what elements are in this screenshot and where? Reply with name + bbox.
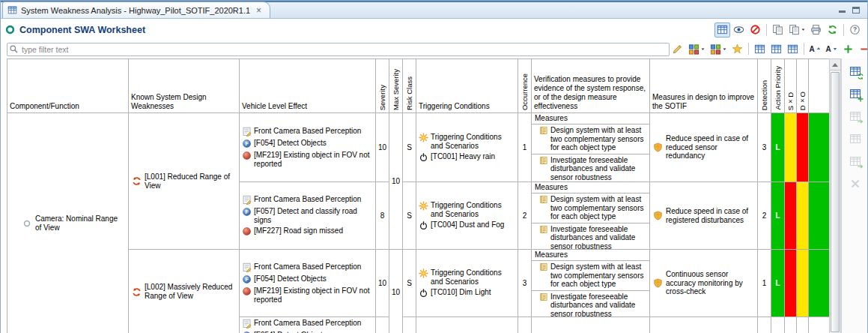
- delete-row-button[interactable]: [846, 175, 864, 193]
- column-header-verification[interactable]: Verification measures to provide evidenc…: [532, 59, 650, 113]
- font-decrease-button[interactable]: A: [824, 41, 840, 56]
- triggering-cell[interactable]: Triggering Conditions and Scenarios [TC0…: [416, 182, 518, 250]
- occurrence-cell[interactable]: [518, 317, 532, 333]
- weakness-cell[interactable]: [L001] Reduced Range of View: [129, 113, 240, 250]
- verification-cell[interactable]: Measures Design system with at least two…: [532, 250, 650, 317]
- detection-cell[interactable]: 3: [758, 113, 771, 182]
- category-filter-2-button[interactable]: [708, 41, 729, 56]
- effect-cell[interactable]: Front Camera Based Perception [F057] Det…: [240, 182, 376, 250]
- occurrence-cell[interactable]: 2: [518, 182, 532, 250]
- font-increase-button[interactable]: A: [807, 41, 823, 56]
- occurrence-cell[interactable]: 3: [518, 250, 532, 317]
- help-button[interactable]: [847, 22, 863, 38]
- copy-menu-button[interactable]: [786, 22, 807, 38]
- severity-cell[interactable]: 10: [376, 250, 389, 317]
- effect-cell[interactable]: Front Camera Based Perception [F054] Det…: [240, 317, 376, 333]
- edit-row-button[interactable]: [846, 130, 864, 148]
- sxd-cell[interactable]: [785, 317, 797, 333]
- highlight-new-button[interactable]: [729, 41, 745, 56]
- insert-row-button[interactable]: [846, 107, 864, 125]
- severity-cell[interactable]: [376, 317, 389, 333]
- action-priority-cell[interactable]: L: [771, 182, 785, 250]
- edit-button[interactable]: [670, 41, 685, 56]
- refresh-table-button[interactable]: [846, 62, 864, 80]
- minimize-icon[interactable]: [839, 7, 846, 14]
- risk-bar-cell[interactable]: [809, 182, 830, 250]
- occurrence-cell[interactable]: 1: [518, 113, 532, 182]
- weakness-cell[interactable]: [L002] Massively Reduced Range of View: [129, 250, 240, 333]
- column-header-detection[interactable]: Detection: [758, 59, 771, 113]
- column-header-effect[interactable]: Vehicle Level Effect: [240, 59, 376, 113]
- column-header-sxd[interactable]: S×D: [785, 59, 797, 113]
- triggering-cell[interactable]: Triggering Conditions and Scenarios [TC0…: [416, 250, 518, 317]
- category-filter-1-button[interactable]: [686, 41, 707, 56]
- dxo-cell[interactable]: [797, 182, 809, 250]
- detection-cell[interactable]: 1: [758, 250, 771, 317]
- risk-class-cell[interactable]: S: [403, 182, 416, 250]
- risk-bar-cell[interactable]: [809, 250, 830, 317]
- risk-class-cell[interactable]: [403, 317, 416, 333]
- design-measures-cell[interactable]: Continuous sensor accuracy monitoring by…: [650, 250, 758, 317]
- verification-cell[interactable]: Measures Design system with at least two…: [532, 113, 650, 182]
- column-header-design-measures[interactable]: Measures in design to improve the SOTIF: [650, 59, 758, 113]
- column-header-occurrence[interactable]: Occurrence: [518, 59, 532, 113]
- show-hide-button[interactable]: [731, 22, 747, 38]
- action-priority-cell[interactable]: [771, 317, 785, 333]
- table-layout-2-button[interactable]: [768, 41, 784, 56]
- severity-cell[interactable]: 10: [376, 113, 389, 182]
- max-severity-cell[interactable]: 10: [389, 113, 403, 250]
- design-measures-cell[interactable]: [650, 317, 758, 333]
- column-header-risk-class[interactable]: Risk Class: [403, 59, 416, 113]
- maximize-icon[interactable]: [852, 7, 860, 14]
- risk-bar-cell[interactable]: [809, 113, 830, 182]
- column-header-triggering[interactable]: Triggering Conditions: [416, 59, 518, 113]
- column-header-dxo[interactable]: D×O: [797, 59, 809, 113]
- table-layout-1-button[interactable]: [752, 41, 768, 56]
- table-layout-3-button[interactable]: [785, 41, 801, 56]
- sxd-cell[interactable]: [785, 182, 797, 250]
- editor-tab[interactable]: System Weakness Analysis - Highway_Pilot…: [2, 2, 270, 18]
- risk-bar-cell[interactable]: [809, 317, 830, 333]
- print-button[interactable]: [808, 22, 824, 38]
- column-header-weaknesses[interactable]: Known System Design Weaknesses: [129, 59, 240, 113]
- column-header-max-severity[interactable]: Max Severity: [389, 59, 403, 113]
- filter-input[interactable]: [7, 43, 670, 56]
- detection-cell[interactable]: [758, 317, 771, 333]
- action-priority-cell[interactable]: L: [771, 250, 785, 317]
- dxo-cell[interactable]: [797, 250, 809, 317]
- scrollbar-thumb[interactable]: [831, 72, 840, 332]
- effect-cell[interactable]: Front Camera Based Perception [F054] Det…: [240, 250, 376, 317]
- grid-view-button[interactable]: [714, 22, 730, 38]
- sxd-cell[interactable]: [785, 250, 797, 317]
- triggering-cell[interactable]: Triggering Conditions and Scenarios [TC0…: [416, 113, 518, 182]
- add-row-button[interactable]: [846, 85, 864, 103]
- collapse-all-button[interactable]: [857, 41, 868, 56]
- risk-class-cell[interactable]: S: [403, 250, 416, 317]
- verification-cell[interactable]: [532, 317, 650, 333]
- column-header-action-priority[interactable]: Action Priority: [771, 59, 785, 113]
- effect-cell[interactable]: Front Camera Based Perception [F054] Det…: [240, 113, 376, 182]
- sxd-cell[interactable]: [785, 113, 797, 182]
- design-measures-cell[interactable]: Reduce speed in case of registered distu…: [650, 182, 758, 250]
- move-row-button[interactable]: [846, 152, 864, 170]
- copy-button[interactable]: [770, 22, 786, 38]
- column-header-component[interactable]: Component/Function: [7, 59, 129, 113]
- severity-cell[interactable]: 8: [376, 182, 389, 250]
- design-measures-cell[interactable]: Reduce speed in case of reduced sensor r…: [650, 113, 758, 182]
- component-cell[interactable]: Camera: Nominal Range of View: [7, 113, 129, 333]
- dxo-cell[interactable]: [797, 113, 809, 182]
- verification-cell[interactable]: Measures Design system with at least two…: [532, 182, 650, 250]
- detection-cell[interactable]: 2: [758, 182, 771, 250]
- dxo-cell[interactable]: [797, 317, 809, 333]
- action-priority-cell[interactable]: L: [771, 113, 785, 182]
- refresh-button[interactable]: [825, 22, 840, 38]
- suppress-button[interactable]: [747, 22, 763, 38]
- triggering-cell[interactable]: [416, 317, 518, 333]
- max-severity-cell[interactable]: 10: [389, 250, 403, 333]
- expand-all-button[interactable]: [840, 41, 856, 56]
- scroll-up-button[interactable]: [830, 59, 840, 70]
- category-colors-icon: [710, 44, 721, 55]
- risk-class-cell[interactable]: S: [403, 113, 416, 182]
- column-header-severity[interactable]: Severity: [376, 59, 389, 113]
- close-icon[interactable]: ×: [254, 6, 264, 15]
